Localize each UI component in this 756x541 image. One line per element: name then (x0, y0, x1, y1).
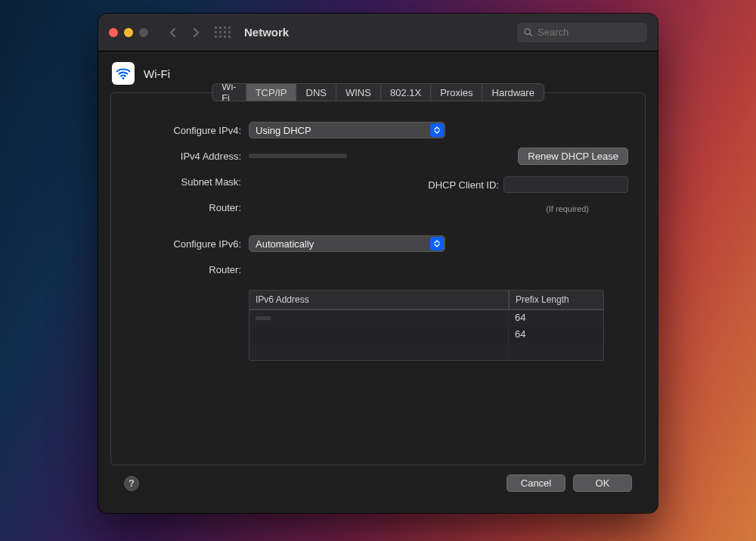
help-button[interactable]: ? (124, 476, 139, 491)
close-window-button[interactable] (109, 28, 118, 37)
ipv6-table: IPv6 Address Prefix Length 64 64 (249, 290, 604, 361)
ipv6-row[interactable]: 64 (249, 327, 603, 344)
dhcp-client-id-hint: (If required) (546, 204, 589, 213)
ipv4-address-label: IPv4 Address: (128, 151, 249, 162)
chevron-left-icon (169, 27, 177, 38)
tab-dns[interactable]: DNS (297, 84, 336, 101)
ipv6-cell-prefix: 64 (509, 310, 603, 327)
wifi-icon (115, 65, 132, 82)
search-icon (523, 27, 533, 37)
select-stepper-icon (430, 123, 444, 137)
ipv6-cell-prefix: 64 (509, 327, 603, 344)
configure-ipv6-value: Automatically (256, 238, 314, 250)
chevron-right-icon (192, 27, 200, 38)
window-controls (109, 28, 148, 37)
tab-tcpip[interactable]: TCP/IP (246, 84, 297, 101)
settings-panel: Wi-Fi TCP/IP DNS WINS 802.1X Proxies Har… (110, 92, 646, 465)
minimize-window-button[interactable] (124, 28, 133, 37)
prefs-window: Network Wi-Fi Wi-Fi TCP/IP DNS (98, 14, 658, 513)
titlebar: Network (98, 14, 658, 51)
ipv6-table-body: 64 64 (249, 310, 603, 360)
configure-ipv6-select[interactable]: Automatically (249, 235, 445, 252)
configure-ipv4-label: Configure IPv4: (128, 125, 249, 136)
svg-point-2 (122, 77, 125, 79)
ipv6-table-header: IPv6 Address Prefix Length (249, 291, 603, 309)
tab-hardware[interactable]: Hardware (483, 84, 544, 101)
subnet-mask-label: Subnet Mask: (128, 176, 249, 188)
ipv6-row[interactable]: 64 (249, 310, 603, 327)
dhcp-client-id-label: DHCP Client ID: (428, 179, 499, 191)
dhcp-client-id-input[interactable] (503, 176, 628, 193)
tab-8021x[interactable]: 802.1X (381, 84, 431, 101)
tab-wins[interactable]: WINS (336, 84, 381, 101)
renew-dhcp-button[interactable]: Renew DHCP Lease (518, 148, 628, 165)
ok-button[interactable]: OK (573, 474, 632, 492)
tcpip-pane: Configure IPv4: Using DHCP IPv4 Addr (111, 93, 645, 375)
configure-ipv4-value: Using DHCP (256, 125, 311, 136)
ipv4-address-value (249, 154, 347, 158)
back-button[interactable] (165, 24, 181, 41)
show-all-button[interactable] (215, 26, 231, 38)
ipv6-col-address[interactable]: IPv6 Address (249, 291, 509, 309)
ipv6-col-prefix[interactable]: Prefix Length (509, 291, 603, 309)
ipv4-router-label: Router: (128, 202, 249, 213)
interface-title: Wi-Fi (144, 67, 170, 80)
content-area: Wi-Fi Wi-Fi TCP/IP DNS WINS 802.1X Proxi… (98, 51, 658, 513)
window-title: Network (244, 26, 289, 39)
svg-line-1 (530, 34, 532, 36)
select-stepper-icon (430, 237, 444, 250)
search-field[interactable] (517, 23, 647, 42)
zoom-window-button[interactable] (139, 28, 148, 37)
forward-button[interactable] (187, 24, 204, 41)
ipv6-cell-address (249, 310, 509, 327)
configure-ipv4-select[interactable]: Using DHCP (249, 122, 445, 138)
tab-proxies[interactable]: Proxies (431, 84, 482, 101)
ipv6-cell-address (249, 327, 509, 344)
wifi-icon-badge (112, 62, 135, 85)
tab-bar: Wi-Fi TCP/IP DNS WINS 802.1X Proxies Har… (212, 83, 544, 101)
sheet-header: Wi-Fi (110, 62, 646, 85)
ipv6-router-label: Router: (128, 264, 249, 275)
ipv6-row (249, 344, 603, 360)
configure-ipv6-label: Configure IPv6: (128, 238, 249, 250)
sheet-footer: ? Cancel OK (110, 465, 646, 502)
tab-wifi[interactable]: Wi-Fi (212, 84, 246, 101)
search-input[interactable] (538, 26, 641, 38)
cancel-button[interactable]: Cancel (507, 474, 565, 492)
